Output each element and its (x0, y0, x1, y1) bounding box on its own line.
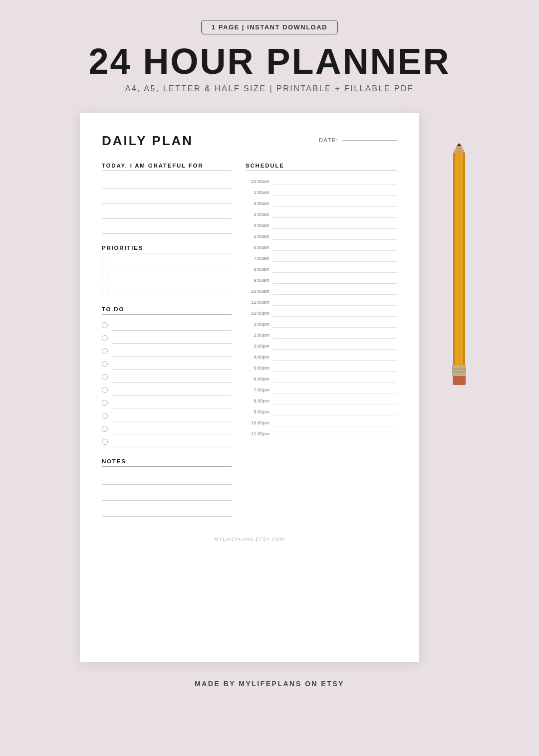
todo-item-10 (102, 436, 232, 447)
time-label: 11:00am (246, 299, 270, 306)
schedule-rows: 12:00am1:00am2:00am3:00am4:00am5:00am6:0… (246, 174, 397, 437)
todo-line-5[interactable] (112, 372, 232, 382)
priority-checkbox-2[interactable] (102, 274, 108, 280)
schedule-write-line[interactable] (272, 262, 397, 273)
todo-circle-7[interactable] (102, 400, 108, 406)
svg-marker-7 (453, 146, 465, 153)
planner-body: TODAY, I AM GRATEFUL FOR PRIORITIES (102, 163, 397, 528)
priority-line-3[interactable] (112, 284, 232, 295)
time-label: 3:00pm (246, 343, 270, 350)
schedule-write-line[interactable] (272, 404, 397, 415)
notes-line-3[interactable] (102, 504, 232, 517)
date-line[interactable] (342, 140, 397, 141)
schedule-write-line[interactable] (272, 317, 397, 328)
schedule-write-line[interactable] (272, 229, 397, 240)
notes-title: NOTES (102, 458, 232, 467)
todo-circle-2[interactable] (102, 335, 108, 341)
time-label: 2:00pm (246, 332, 270, 339)
notes-section: NOTES (102, 458, 232, 517)
svg-rect-6 (453, 376, 466, 385)
schedule-row: 11:00am (246, 295, 397, 306)
todo-circle-5[interactable] (102, 374, 108, 380)
schedule-row: 10:00am (246, 284, 397, 295)
date-label: DATE: (319, 137, 338, 143)
todo-line-10[interactable] (112, 436, 232, 447)
time-label: 10:00pm (246, 420, 270, 426)
schedule-write-line[interactable] (272, 350, 397, 361)
schedule-row: 4:00pm (246, 350, 397, 361)
schedule-row: 8:00pm (246, 393, 397, 404)
priority-item-2 (102, 271, 232, 282)
todo-circle-9[interactable] (102, 426, 108, 432)
todo-circle-10[interactable] (102, 439, 108, 445)
grateful-line-2[interactable] (102, 191, 232, 204)
priority-checkbox-1[interactable] (102, 261, 108, 267)
badge: 1 PAGE | INSTANT DOWNLOAD (201, 20, 338, 34)
schedule-row: 8:00am (246, 262, 397, 273)
schedule-write-line[interactable] (272, 426, 397, 437)
time-label: 12:00am (246, 179, 270, 185)
schedule-write-line[interactable] (272, 251, 397, 262)
schedule-row: 6:00pm (246, 372, 397, 382)
todo-line-2[interactable] (112, 333, 232, 344)
todo-line-9[interactable] (112, 423, 232, 434)
schedule-row: 9:00am (246, 273, 397, 284)
grateful-line-4[interactable] (102, 221, 232, 234)
svg-rect-2 (463, 153, 465, 368)
schedule-write-line[interactable] (272, 393, 397, 404)
todo-line-1[interactable] (112, 320, 232, 331)
todo-item-5 (102, 372, 232, 382)
notes-line-1[interactable] (102, 472, 232, 485)
schedule-write-line[interactable] (272, 372, 397, 382)
todo-line-4[interactable] (112, 359, 232, 370)
schedule-write-line[interactable] (272, 218, 397, 229)
todo-circle-1[interactable] (102, 322, 108, 328)
page-area: DAILY PLAN DATE: TODAY, I AM GRATEFUL FO… (80, 113, 459, 662)
schedule-write-line[interactable] (272, 382, 397, 393)
svg-rect-4 (452, 369, 466, 370)
time-label: 9:00am (246, 277, 270, 284)
planner-title: DAILY PLAN (102, 133, 193, 149)
schedule-title: SCHEDULE (246, 163, 397, 171)
schedule-write-line[interactable] (272, 415, 397, 426)
todo-item-1 (102, 320, 232, 331)
schedule-row: 3:00pm (246, 339, 397, 350)
schedule-write-line[interactable] (272, 196, 397, 207)
priority-checkbox-3[interactable] (102, 287, 108, 293)
todo-circle-8[interactable] (102, 413, 108, 419)
todo-line-8[interactable] (112, 410, 232, 421)
schedule-write-line[interactable] (272, 306, 397, 317)
schedule-write-line[interactable] (272, 361, 397, 372)
left-column: TODAY, I AM GRATEFUL FOR PRIORITIES (102, 163, 232, 528)
schedule-row: 1:00pm (246, 317, 397, 328)
schedule-write-line[interactable] (272, 185, 397, 196)
todo-line-7[interactable] (112, 397, 232, 408)
todo-line-6[interactable] (112, 384, 232, 395)
schedule-write-line[interactable] (272, 295, 397, 306)
notes-line-2[interactable] (102, 488, 232, 501)
priority-item-1 (102, 258, 232, 269)
right-column: SCHEDULE 12:00am1:00am2:00am3:00am4:00am… (246, 163, 397, 528)
priority-line-1[interactable] (112, 258, 232, 269)
credit-prefix: MADE BY (195, 680, 239, 688)
todo-circle-4[interactable] (102, 361, 108, 367)
schedule-row: 7:00am (246, 251, 397, 262)
todo-section: TO DO (102, 306, 232, 447)
time-label: 1:00pm (246, 321, 270, 328)
schedule-write-line[interactable] (272, 284, 397, 295)
schedule-row: 5:00pm (246, 361, 397, 372)
priority-line-2[interactable] (112, 271, 232, 282)
svg-marker-8 (457, 143, 462, 146)
schedule-write-line[interactable] (272, 207, 397, 218)
time-label: 7:00pm (246, 387, 270, 393)
todo-circle-3[interactable] (102, 348, 108, 354)
schedule-write-line[interactable] (272, 273, 397, 284)
schedule-write-line[interactable] (272, 174, 397, 185)
grateful-line-3[interactable] (102, 206, 232, 219)
schedule-write-line[interactable] (272, 339, 397, 350)
todo-circle-6[interactable] (102, 387, 108, 393)
todo-line-3[interactable] (112, 346, 232, 357)
schedule-write-line[interactable] (272, 240, 397, 251)
grateful-line-1[interactable] (102, 176, 232, 189)
schedule-write-line[interactable] (272, 328, 397, 339)
